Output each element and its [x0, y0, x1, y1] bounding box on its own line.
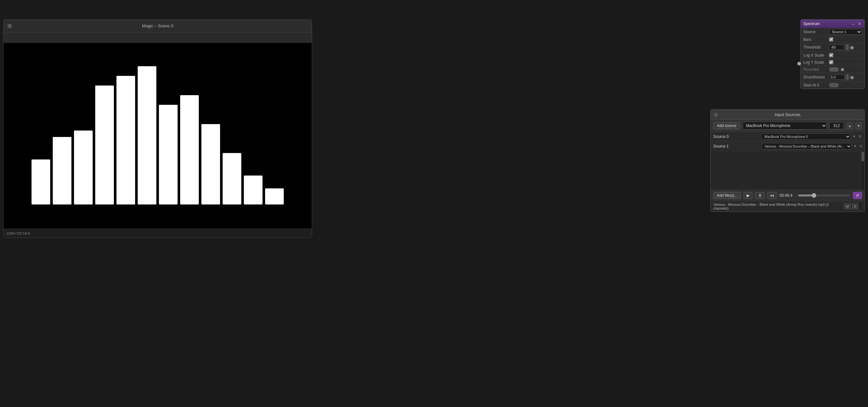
threshold-input[interactable]: [829, 45, 844, 50]
status-text: 1280×720 59.9: [6, 232, 30, 235]
start-at-0-toggle[interactable]: [829, 83, 839, 88]
source-0-name: Source 0: [713, 134, 762, 139]
source-dropdown[interactable]: Source 1 Source 0: [829, 29, 862, 35]
smoothness-label: Smoothness: [803, 75, 829, 79]
back-button[interactable]: ⏮: [767, 192, 777, 199]
sources-list: Source 0 MacBook Pro Microphone 0 ▼ ☰ So…: [711, 132, 864, 151]
smoothness-down[interactable]: ▼: [845, 77, 850, 80]
source-0-scroll-btn[interactable]: ▼: [852, 134, 857, 139]
progress-thumb[interactable]: [812, 193, 816, 198]
source-label: Source: [803, 30, 829, 34]
add-files-button[interactable]: Add file(s)...: [713, 192, 741, 199]
spectrum-bar: [223, 153, 241, 204]
buffer-size-input[interactable]: [829, 122, 844, 129]
sources-scroll-area: [711, 151, 864, 190]
spectrum-bar: [95, 86, 114, 204]
scene-toolbar: [4, 32, 312, 43]
source-1-row: Source 1 Various - Moussa Doumbia – Blac…: [711, 141, 864, 151]
buffer-down-button[interactable]: ▼: [856, 123, 862, 129]
loop-button[interactable]: ↺: [853, 192, 862, 199]
spectrum-bar: [265, 189, 284, 204]
solo-button[interactable]: S: [852, 203, 858, 209]
input-sources-header: Input Sources: [711, 110, 864, 120]
input-sources-panel: Input Sources Add source MacBook Pro Mic…: [710, 109, 865, 212]
source-1-scroll-btn[interactable]: ▼: [853, 144, 857, 148]
log-y-checkbox[interactable]: [829, 60, 833, 64]
threshold-up[interactable]: ▲: [845, 44, 850, 47]
spectrum-bar: [180, 95, 199, 204]
bars-checkbox[interactable]: [829, 37, 833, 41]
spectrum-bar: [74, 131, 93, 204]
spectrum-bar: [202, 124, 220, 204]
scene-window: Magic – Scene 0 1280×720 59.9: [3, 19, 312, 238]
sources-scrollbar[interactable]: [861, 151, 864, 190]
close-button[interactable]: [7, 24, 12, 28]
file-info-text: Various - Moussa Doumbia – Black and Whi…: [713, 203, 843, 210]
bars-label: Bars: [803, 37, 829, 42]
spectrum-bar: [138, 66, 156, 204]
rounded-row: Rounded ⬤: [801, 66, 864, 73]
threshold-stepper: ▲ ▼: [845, 44, 850, 50]
scene-titlebar: Magic – Scene 0: [4, 20, 312, 32]
source-0-row: Source 0 MacBook Pro Microphone 0 ▼ ☰: [711, 132, 864, 141]
source-1-dropdown[interactable]: Various - Moussa Doumbia – Black and Whi…: [762, 143, 851, 149]
input-sources-title: Input Sources: [775, 112, 800, 117]
threshold-label: Threshold: [803, 45, 829, 49]
file-scrollbar[interactable]: [858, 203, 862, 210]
input-sources-dot: [714, 113, 718, 117]
scene-title: Magic – Scene 0: [142, 24, 174, 28]
log-x-checkbox[interactable]: [829, 53, 833, 57]
pause-button[interactable]: ⏸: [755, 192, 765, 199]
source-1-remove-btn[interactable]: ☰: [859, 144, 863, 148]
smoothness-stepper: ▲ ▼: [845, 74, 850, 80]
log-x-label: Log X Scale: [803, 53, 829, 58]
log-y-label: Log Y Scale: [803, 60, 829, 65]
buffer-up-button[interactable]: ▲: [846, 123, 853, 129]
file-info-bar: Various - Moussa Doumbia – Black and Whi…: [711, 201, 864, 211]
connector-dot: [797, 62, 801, 66]
scrollbar-thumb: [862, 152, 864, 161]
device-dropdown[interactable]: MacBook Pro Microphone Built-in Input: [743, 122, 827, 130]
add-source-button[interactable]: Add source: [713, 122, 740, 129]
log-y-scale-row: Log Y Scale: [801, 59, 864, 66]
bars-row: Bars: [801, 36, 864, 43]
source-0-dropdown[interactable]: MacBook Pro Microphone 0: [762, 133, 850, 140]
start-at-0-label: Start At 0: [803, 83, 829, 88]
spectrum-bar: [244, 175, 262, 204]
time-display: 00:46.4: [779, 193, 796, 198]
scene-canvas: 1280×720 59.9: [4, 43, 312, 238]
smoothness-up[interactable]: ▲: [845, 74, 850, 77]
spectrum-panel-header: Spectrum — ✕: [801, 20, 864, 28]
source-1-name: Source 1: [713, 144, 762, 148]
source-row: Source Source 1 Source 0: [801, 28, 864, 36]
spectrum-bar: [32, 160, 50, 204]
playback-toolbar: Add file(s)... ▶ ⏸ ⏮ 00:46.4 ↺: [711, 190, 864, 201]
spectrum-bar: [117, 76, 135, 204]
rounded-label: Rounded: [803, 67, 829, 72]
spectrum-bar: [53, 137, 71, 204]
source-0-remove-btn[interactable]: ☰: [858, 134, 862, 139]
rounded-toggle[interactable]: [829, 67, 839, 72]
play-button[interactable]: ▶: [743, 192, 752, 199]
spectrum-panel-title: Spectrum: [803, 22, 820, 26]
status-bar: 1280×720 59.9: [4, 229, 312, 238]
spectrum-panel: Spectrum — ✕ Source Source 1 Source 0 Ba…: [800, 19, 865, 89]
smoothness-row: Smoothness ▲ ▼ ⬤: [801, 73, 864, 82]
spectrum-visualization: [32, 60, 284, 221]
close-panel-button[interactable]: ✕: [857, 22, 862, 26]
mute-button[interactable]: M: [844, 203, 850, 209]
smoothness-lock-icon: ⬤: [850, 75, 854, 79]
input-sources-toolbar: Add source MacBook Pro Microphone Built-…: [711, 120, 864, 132]
progress-bar[interactable]: [798, 195, 850, 196]
rounded-lock-icon: ⬤: [841, 68, 844, 71]
spectrum-bar: [159, 105, 178, 204]
start-at-0-row: Start At 0: [801, 82, 864, 89]
threshold-lock-icon: ⬤: [850, 46, 854, 49]
threshold-row: Threshold ▲ ▼ ⬤: [801, 43, 864, 52]
smoothness-input[interactable]: [829, 75, 844, 80]
log-x-scale-row: Log X Scale: [801, 52, 864, 59]
minimize-button[interactable]: —: [850, 22, 856, 26]
threshold-down[interactable]: ▼: [845, 47, 850, 50]
